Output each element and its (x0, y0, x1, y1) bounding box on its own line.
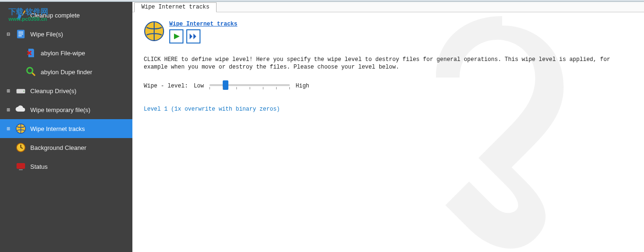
svg-point-4 (27, 68, 33, 73)
clock-icon (14, 141, 27, 154)
tab-bar: Wipe Internet tracks (132, 2, 644, 12)
tab-wipe-internet-tracks[interactable]: Wipe Internet tracks (134, 2, 217, 12)
sidebar-item-abylon-file-wipe[interactable]: abylon File-wipe (0, 43, 132, 62)
globe-icon (144, 21, 165, 42)
sidebar-item-background-cleaner[interactable]: Background Cleaner (0, 138, 132, 157)
file-wipe-icon (25, 46, 38, 60)
svg-point-6 (23, 91, 24, 92)
svg-rect-11 (17, 163, 25, 169)
broom-icon (14, 9, 27, 22)
wipe-level-slider[interactable] (209, 80, 290, 92)
play-button[interactable] (169, 29, 183, 43)
next-button[interactable] (186, 29, 200, 43)
main-panel: Wipe Internet tracks Wipe Internet track… (132, 2, 644, 252)
svg-rect-2 (18, 34, 23, 35)
svg-rect-3 (18, 35, 22, 36)
sidebar-item-wipe-internet-tracks[interactable]: ⊞ Wipe Internet tracks (0, 119, 132, 138)
level-description: Level 1 (1x overwrite with binary zeros) (144, 106, 633, 113)
file-icon (14, 27, 27, 41)
collapse-icon[interactable]: ⊟ (6, 32, 11, 36)
sidebar-item-wipe-temp-files[interactable]: ⊞ Wipe temporary file(s) (0, 100, 132, 119)
globe-icon (14, 122, 27, 135)
sidebar-item-label: Wipe Internet tracks (30, 125, 85, 132)
sidebar-item-label: Cleanup Drive(s) (30, 87, 77, 95)
monitor-icon (14, 160, 27, 173)
drive-icon (14, 84, 27, 97)
wipe-level-label: Wipe - level: (144, 83, 188, 89)
high-label: High (296, 83, 309, 89)
sidebar-item-label: Background Cleaner (30, 144, 87, 151)
sidebar-item-cleanup-drives[interactable]: ⊞ Cleanup Drive(s) (0, 81, 132, 100)
sidebar-item-label: Cleanup complete (30, 12, 80, 19)
sidebar-item-label: Wipe File(s) (30, 31, 63, 38)
heading-link[interactable]: Wipe Internet tracks (169, 21, 237, 27)
sidebar: Cleanup complete ⊟ Wipe File(s) abylon F… (0, 2, 132, 252)
expand-icon[interactable]: ⊞ (6, 88, 11, 93)
sidebar-item-status[interactable]: Status (0, 157, 132, 176)
sidebar-item-label: abylon File-wipe (41, 50, 85, 57)
dupe-finder-icon (25, 65, 38, 78)
cloud-icon (14, 103, 27, 116)
svg-rect-12 (19, 169, 23, 170)
sidebar-item-abylon-dupe-finder[interactable]: abylon Dupe finder (0, 62, 132, 81)
sidebar-item-label: Wipe temporary file(s) (30, 106, 90, 113)
play-icon (173, 33, 180, 40)
description-text: CLICK HERE to define wipe level! Here yo… (144, 56, 633, 71)
sidebar-item-wipe-files[interactable]: ⊟ Wipe File(s) (0, 25, 132, 43)
expand-icon[interactable]: ⊞ (6, 107, 11, 112)
expand-icon[interactable]: ⊞ (6, 126, 11, 131)
low-label: Low (194, 83, 204, 89)
double-chevron-icon (189, 33, 198, 40)
sidebar-item-label: Status (30, 163, 48, 170)
svg-rect-1 (18, 32, 23, 33)
sidebar-item-cleanup-complete[interactable]: Cleanup complete (0, 6, 132, 25)
sidebar-item-label: abylon Dupe finder (41, 69, 92, 76)
